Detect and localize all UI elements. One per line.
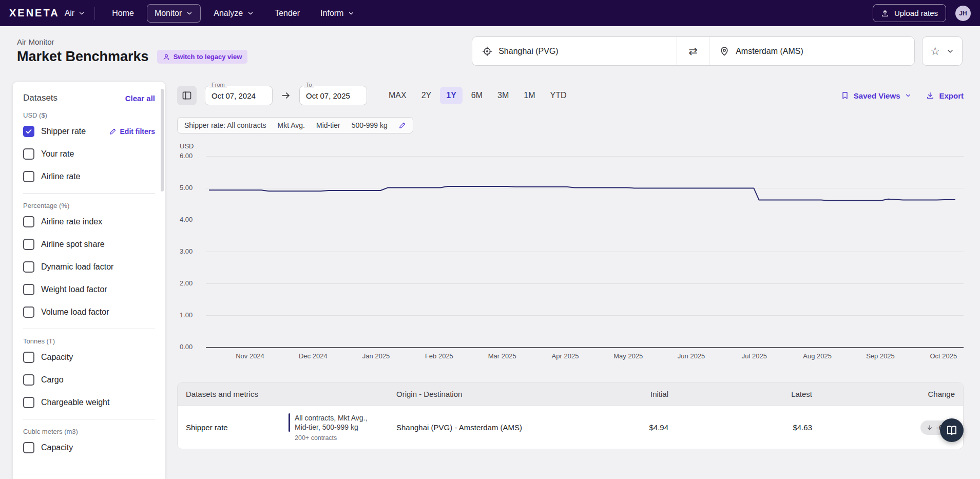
sidebar-scrollbar[interactable] (161, 89, 164, 191)
clear-all-button[interactable]: Clear all (125, 94, 155, 103)
checkbox[interactable] (23, 148, 34, 160)
star-icon[interactable]: ☆ (930, 46, 940, 56)
checkbox[interactable] (23, 397, 34, 408)
range-button-1y[interactable]: 1Y (440, 87, 463, 104)
chevron-down-icon (905, 92, 912, 99)
dataset-checkbox-cargo[interactable]: Cargo (23, 369, 155, 391)
upload-rates-button[interactable]: Upload rates (873, 4, 946, 22)
origin-input[interactable]: Shanghai (PVG) (472, 37, 677, 65)
col-header-initial: Initial (566, 390, 668, 398)
range-button-1m[interactable]: 1M (517, 87, 541, 104)
bookmark-icon (841, 91, 849, 100)
avatar[interactable]: JH (955, 6, 971, 21)
checkbox[interactable] (23, 306, 34, 318)
series-color-bar (289, 413, 290, 432)
swap-route-button[interactable]: ⇄ (677, 37, 709, 65)
table-row[interactable]: Shipper rateAll contracts, Mkt Avg.,Mid-… (178, 406, 963, 449)
x-tick-label: Jan 2025 (353, 352, 399, 360)
nav-item-tender[interactable]: Tender (267, 4, 308, 23)
page-title: Market Benchmarks (17, 49, 149, 65)
dataset-label: Airline spot share (41, 240, 105, 249)
dataset-label: Airline rate (41, 172, 80, 181)
range-button-ytd[interactable]: YTD (544, 87, 573, 104)
nav-item-inform[interactable]: Inform (313, 4, 362, 23)
dataset-label: Volume load factor (41, 308, 109, 317)
range-button-2y[interactable]: 2Y (415, 87, 438, 104)
checkbox[interactable] (23, 284, 34, 295)
dataset-label: Dynamic load factor (41, 262, 113, 272)
dataset-label: Capacity (41, 443, 73, 452)
destination-input[interactable]: Amsterdam (AMS) (709, 37, 914, 65)
checkbox[interactable] (23, 171, 34, 182)
collapse-sidebar-button[interactable] (177, 86, 197, 105)
nav-item-home[interactable]: Home (104, 4, 142, 23)
metrics-line: All contracts, Mkt Avg., (295, 413, 367, 423)
range-button-max[interactable]: MAX (382, 87, 413, 104)
help-resources-button[interactable] (940, 418, 964, 442)
row-dataset-name: Shipper rate (186, 423, 289, 432)
dataset-checkbox-airline-spot-share[interactable]: Airline spot share (23, 233, 155, 256)
nav-item-analyze[interactable]: Analyze (206, 4, 262, 23)
dataset-checkbox-capacity[interactable]: Capacity (23, 346, 155, 369)
pencil-icon[interactable] (399, 122, 406, 129)
legacy-badge-label: Switch to legacy view (174, 53, 242, 61)
edit-filters-label: Edit filters (120, 127, 155, 136)
range-button-6m[interactable]: 6M (465, 87, 489, 104)
date-to-input[interactable]: To Oct 07, 2025 (299, 86, 367, 105)
rate-line-series (206, 141, 964, 347)
origin-value: Shanghai (PVG) (498, 47, 559, 56)
checkbox[interactable] (23, 374, 34, 386)
chevron-down-icon (78, 10, 85, 17)
dataset-checkbox-capacity[interactable]: Capacity (23, 436, 155, 459)
active-filter-chip[interactable]: Shipper rate: All contracts Mkt Avg.Mid-… (177, 117, 413, 133)
datasets-panel: Datasets Clear all USD ($)Shipper rateEd… (12, 81, 166, 479)
date-from-input[interactable]: From Oct 07, 2024 (205, 86, 273, 105)
product-switcher[interactable]: Air (65, 9, 86, 18)
checkbox[interactable] (23, 126, 34, 137)
checkbox[interactable] (23, 239, 34, 250)
dataset-checkbox-chargeable-weight[interactable]: Chargeable weight (23, 391, 155, 414)
col-header-change: Change (812, 390, 955, 398)
dataset-checkbox-airline-rate[interactable]: Airline rate (23, 165, 155, 188)
upload-rates-label: Upload rates (894, 9, 938, 17)
x-tick-label: Nov 2024 (227, 352, 273, 360)
filter-chip-label: Shipper rate: All contracts (184, 121, 266, 129)
metrics-line: Mid-tier, 500-999 kg (295, 423, 367, 432)
checkbox[interactable] (23, 261, 34, 273)
export-button[interactable]: Export (926, 91, 964, 100)
map-pin-icon (719, 46, 729, 56)
dataset-group-label-percentage: Percentage (%) (23, 202, 155, 209)
filter-segment-500-999-kg: 500-999 kg (352, 121, 388, 129)
switch-legacy-view-button[interactable]: Switch to legacy view (157, 50, 248, 64)
benchmarks-table: Datasets and metricsOrigin - Destination… (177, 382, 964, 449)
y-tick-label: 1.00 (180, 311, 193, 319)
range-button-3m[interactable]: 3M (491, 87, 515, 104)
dataset-checkbox-airline-rate-index[interactable]: Airline rate index (23, 210, 155, 233)
x-axis-line (206, 347, 964, 348)
pencil-icon (109, 128, 117, 135)
dataset-checkbox-your-rate[interactable]: Your rate (23, 143, 155, 165)
saved-views-button[interactable]: Saved Views (841, 91, 912, 100)
group-divider (23, 329, 155, 329)
checkbox[interactable] (23, 442, 34, 453)
route-selector: Shanghai (PVG) ⇄ Amsterdam (AMS) ☆ (472, 36, 963, 66)
dataset-checkbox-dynamic-load-factor[interactable]: Dynamic load factor (23, 256, 155, 278)
dataset-label: Airline rate index (41, 217, 102, 226)
download-icon (926, 91, 934, 100)
date-from-value: Oct 07, 2024 (212, 91, 256, 100)
col-header-datasets-and-metrics: Datasets and metrics (186, 390, 396, 398)
x-tick-label: Jul 2025 (731, 352, 777, 360)
xeneta-logo[interactable]: XENETA (9, 7, 60, 19)
row-change: -6% (812, 420, 955, 435)
dataset-checkbox-weight-load-factor[interactable]: Weight load factor (23, 278, 155, 301)
chevron-down-icon[interactable] (946, 47, 954, 55)
dataset-checkbox-shipper-rate[interactable]: Shipper rateEdit filters (23, 120, 155, 143)
row-initial-value: $4.94 (566, 423, 668, 432)
x-tick-label: Jun 2025 (668, 352, 715, 360)
checkbox[interactable] (23, 216, 34, 227)
contracts-count: 200+ contracts (295, 434, 396, 442)
checkbox[interactable] (23, 352, 34, 363)
dataset-checkbox-volume-load-factor[interactable]: Volume load factor (23, 301, 155, 323)
edit-filters-button[interactable]: Edit filters (109, 127, 155, 136)
nav-item-monitor[interactable]: Monitor (147, 4, 201, 23)
